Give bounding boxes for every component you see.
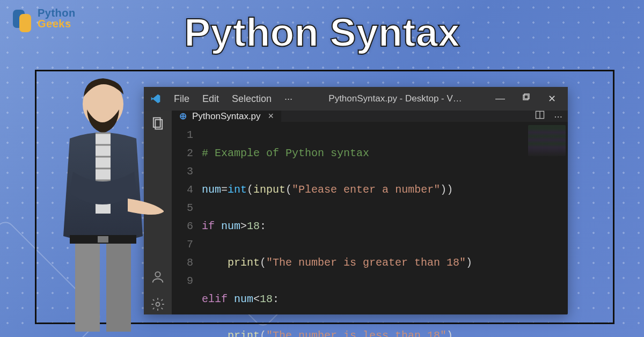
code-keyword: elif — [202, 293, 228, 305]
python-geeks-icon — [10, 6, 33, 30]
vscode-logo-icon — [150, 93, 161, 104]
tab-more-icon[interactable]: ··· — [554, 111, 562, 122]
code-string: "The number is greater than 18" — [266, 257, 466, 269]
code-token: input — [253, 184, 286, 196]
vscode-window: File Edit Selection ··· PythonSyntax.py … — [144, 87, 568, 314]
code-string: "The number is less than 18" — [266, 329, 447, 337]
code-token: int — [228, 184, 247, 196]
settings-gear-icon[interactable] — [150, 297, 165, 314]
code-number: 18 — [247, 220, 260, 232]
brand-text-top: Python — [38, 8, 76, 18]
menu-file[interactable]: File — [169, 91, 195, 107]
python-file-icon: ⊕ — [179, 111, 187, 122]
line-number: 2 — [172, 144, 193, 163]
svg-point-11 — [156, 303, 160, 306]
window-minimize-icon[interactable]: — — [493, 93, 508, 105]
menu-edit[interactable]: Edit — [197, 91, 224, 107]
code-token: print — [228, 329, 260, 337]
explorer-icon[interactable] — [150, 116, 165, 134]
window-close-icon[interactable]: ✕ — [544, 93, 559, 105]
code-string: "Please enter a number" — [292, 184, 440, 196]
code-lines: # Example of Python syntax num=int(input… — [202, 126, 568, 337]
tab-bar: ⊕ PythonSyntax.py × ··· — [172, 111, 568, 122]
split-editor-icon[interactable] — [535, 109, 545, 123]
line-number: 3 — [172, 163, 193, 181]
tab-filename: PythonSyntax.py — [192, 111, 261, 122]
line-number: 9 — [172, 272, 193, 290]
line-number: 1 — [172, 126, 193, 144]
page-title: Python Syntax — [0, 10, 644, 55]
code-token: > — [240, 220, 247, 232]
activity-bar — [144, 111, 172, 314]
menu-more[interactable]: ··· — [279, 91, 298, 107]
line-number: 4 — [172, 181, 193, 199]
line-number: 7 — [172, 236, 193, 254]
code-comment: # Example of Python syntax — [202, 147, 369, 159]
code-editor[interactable]: 1 2 3 4 5 6 7 8 9 # Example of Python sy… — [172, 122, 568, 337]
tab-close-icon[interactable]: × — [268, 111, 274, 122]
line-number: 8 — [172, 254, 193, 272]
brand-text-bottom: Geeks — [38, 18, 76, 29]
code-token: print — [228, 257, 260, 269]
vscode-titlebar: File Edit Selection ··· PythonSyntax.py … — [144, 87, 568, 111]
code-keyword: if — [202, 220, 215, 232]
window-title: PythonSyntax.py - Desktop - V… — [299, 93, 492, 104]
brand-logo: Python Geeks — [10, 6, 76, 30]
line-number-gutter: 1 2 3 4 5 6 7 8 9 — [172, 126, 202, 337]
code-token: < — [253, 293, 260, 305]
code-token: num — [234, 293, 253, 305]
code-number: 18 — [260, 293, 273, 305]
line-number: 5 — [172, 199, 193, 217]
code-token: num — [221, 220, 240, 232]
editor-tab-active[interactable]: ⊕ PythonSyntax.py × — [172, 111, 281, 122]
svg-point-10 — [155, 272, 160, 277]
account-icon[interactable] — [150, 269, 165, 287]
window-restore-icon[interactable] — [518, 93, 533, 105]
code-token: num — [202, 184, 221, 196]
line-number: 6 — [172, 217, 193, 236]
menu-selection[interactable]: Selection — [226, 91, 277, 107]
